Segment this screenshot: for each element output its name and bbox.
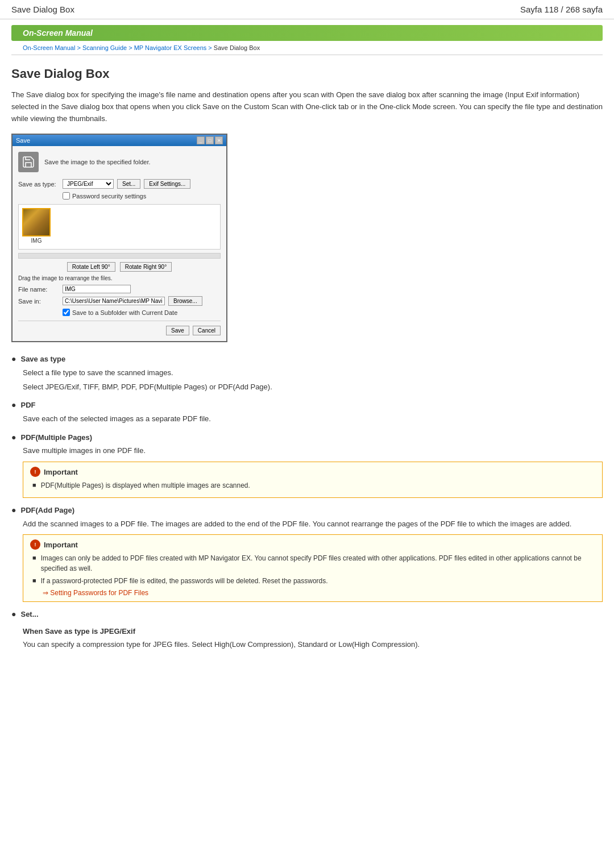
dialog-title-buttons: _ □ ✕ bbox=[197, 136, 223, 144]
dialog-body: Save the image to the specified folder. … bbox=[13, 146, 226, 341]
section-pdf-add-page: ● PDF(Add Page) Add the scanned images t… bbox=[11, 505, 603, 602]
pdf-add-page-text: Add the scanned images to a PDF file. Th… bbox=[23, 518, 603, 530]
important-item-add-1: ■ Images can only be added to PDF files … bbox=[32, 553, 595, 574]
set-subsection-text: You can specify a compression type for J… bbox=[23, 639, 603, 651]
important-icon: ! bbox=[30, 467, 40, 477]
manual-banner-text: On-Screen Manual bbox=[23, 28, 93, 38]
browse-button[interactable]: Browse... bbox=[168, 296, 202, 306]
important-item-text-1: PDF(Multiple Pages) is displayed when mu… bbox=[41, 480, 250, 491]
thumbnail-item: IMG bbox=[22, 208, 51, 246]
exif-settings-button[interactable]: Exif Settings... bbox=[144, 179, 190, 189]
dialog-title: Save bbox=[16, 137, 30, 144]
thumbnail-label: IMG bbox=[31, 238, 42, 244]
important-box-multiple: ! Important ■ PDF(Multiple Pages) is dis… bbox=[23, 462, 603, 498]
set-subsection-heading: When Save as type is JPEG/Exif bbox=[23, 627, 603, 636]
svg-text:!: ! bbox=[35, 469, 36, 475]
important-item-add-text-1: Images can only be added to PDF files cr… bbox=[41, 553, 595, 574]
horizontal-scrollbar[interactable] bbox=[18, 253, 221, 259]
important-item-add-text-2: If a password-protected PDF file is edit… bbox=[41, 576, 328, 586]
rotate-left-button[interactable]: Rotate Left 90° bbox=[67, 262, 115, 272]
file-name-input[interactable] bbox=[63, 285, 131, 293]
thumbnail-img-inner bbox=[23, 209, 49, 235]
dialog-cancel-button[interactable]: Cancel bbox=[193, 326, 221, 335]
save-as-type-label: Save as type: bbox=[18, 181, 59, 188]
important-item-1: ■ PDF(Multiple Pages) is displayed when … bbox=[32, 480, 595, 491]
bullet-pdf-multiple: ● PDF(Multiple Pages) bbox=[11, 432, 603, 443]
dialog-titlebar: Save _ □ ✕ bbox=[13, 135, 226, 146]
breadcrumb-current: Save Dialog Box bbox=[214, 44, 260, 51]
important-header: ! Important bbox=[30, 467, 595, 477]
save-as-type-text1: Select a file type to save the scanned i… bbox=[23, 367, 603, 379]
bullet-pdf-add-page-label: PDF(Add Page) bbox=[20, 505, 74, 516]
setting-passwords-link[interactable]: Setting Passwords for PDF Files bbox=[43, 589, 148, 597]
subfolder-checkbox-label: Save to a Subfolder with Current Date bbox=[72, 309, 177, 316]
breadcrumb: On-Screen Manual > Scanning Guide > MP N… bbox=[11, 41, 603, 55]
important-icon-2: ! bbox=[30, 539, 40, 550]
important-item-add-2: ■ If a password-protected PDF file is ed… bbox=[32, 576, 595, 586]
save-as-type-select[interactable]: JPEG/Exif bbox=[63, 179, 114, 189]
pdf-multiple-text: Save multiple images in one PDF file. bbox=[23, 445, 603, 457]
dialog-close-button[interactable]: ✕ bbox=[215, 136, 223, 144]
header-title: Save Dialog Box bbox=[11, 5, 74, 14]
pdf-text: Save each of the selected images as a se… bbox=[23, 413, 603, 425]
manual-banner: On-Screen Manual bbox=[11, 25, 603, 41]
save-icon bbox=[18, 152, 39, 172]
bullet-pdf-add-page: ● PDF(Add Page) bbox=[11, 505, 603, 516]
breadcrumb-link-2[interactable]: Scanning Guide bbox=[82, 44, 127, 51]
bullet-set-label: Set... bbox=[20, 609, 38, 620]
password-checkbox-label: Password security settings bbox=[72, 193, 146, 200]
file-name-label: File name: bbox=[18, 286, 59, 293]
dialog-screenshot: Save _ □ ✕ Save the image to the specifi… bbox=[11, 134, 227, 342]
drag-hint: Drag the image to rearrange the files. bbox=[18, 275, 221, 281]
bullet-pdf: ● PDF bbox=[11, 400, 603, 411]
header-page: Sayfa 118 / 268 sayfa bbox=[520, 5, 603, 14]
section-pdf: ● PDF Save each of the selected images a… bbox=[11, 400, 603, 425]
important-box-add-page: ! Important ■ Images can only be added t… bbox=[23, 534, 603, 602]
breadcrumb-link-1[interactable]: On-Screen Manual bbox=[23, 44, 75, 51]
save-in-input[interactable] bbox=[63, 297, 165, 305]
rotate-right-button[interactable]: Rotate Right 90° bbox=[120, 262, 172, 272]
dialog-save-button[interactable]: Save bbox=[166, 326, 189, 335]
save-as-type-text2: Select JPEG/Exif, TIFF, BMP, PDF, PDF(Mu… bbox=[23, 381, 603, 393]
section-set: ● Set... bbox=[11, 609, 603, 620]
thumbnail-area: IMG bbox=[18, 204, 221, 250]
dialog-maximize-button[interactable]: □ bbox=[206, 136, 214, 144]
bullet-save-as-type: ● Save as type bbox=[11, 354, 603, 365]
set-button[interactable]: Set... bbox=[117, 179, 140, 189]
dialog-footer: Save Cancel bbox=[18, 321, 221, 335]
important-title: Important bbox=[44, 468, 78, 476]
subfolder-checkbox-row: Save to a Subfolder with Current Date bbox=[63, 309, 221, 316]
password-checkbox-row: Password security settings bbox=[63, 192, 221, 200]
dialog-hint-row: Save the image to the specified folder. bbox=[18, 152, 221, 172]
file-name-row: File name: bbox=[18, 285, 221, 293]
breadcrumb-link-3[interactable]: MP Navigator EX Screens bbox=[134, 44, 207, 51]
section-save-as-type: ● Save as type Select a file type to sav… bbox=[11, 354, 603, 393]
bullet-set: ● Set... bbox=[11, 609, 603, 620]
main-content: Save Dialog Box The Save dialog box for … bbox=[0, 55, 614, 667]
bullet-pdf-label: PDF bbox=[20, 400, 35, 411]
page-header: Save Dialog Box Sayfa 118 / 268 sayfa bbox=[0, 0, 614, 19]
password-checkbox[interactable] bbox=[63, 192, 70, 200]
thumbnail-image[interactable] bbox=[22, 208, 51, 236]
page-title: Save Dialog Box bbox=[11, 67, 603, 81]
important-header-2: ! Important bbox=[30, 539, 595, 550]
save-as-type-row: Save as type: JPEG/Exif Set... Exif Sett… bbox=[18, 179, 221, 189]
save-in-label: Save in: bbox=[18, 298, 59, 305]
rotate-row: Rotate Left 90° Rotate Right 90° bbox=[18, 262, 221, 272]
svg-text:!: ! bbox=[35, 542, 36, 547]
dialog-hint-text: Save the image to the specified folder. bbox=[44, 159, 151, 165]
subfolder-checkbox[interactable] bbox=[63, 309, 70, 316]
intro-text: The Save dialog box for specifying the i… bbox=[11, 89, 603, 124]
section-pdf-multiple: ● PDF(Multiple Pages) Save multiple imag… bbox=[11, 432, 603, 498]
bullet-save-as-type-label: Save as type bbox=[20, 354, 65, 365]
dialog-minimize-button[interactable]: _ bbox=[197, 136, 205, 144]
bullet-pdf-multiple-label: PDF(Multiple Pages) bbox=[20, 432, 92, 443]
save-in-row: Save in: Browse... bbox=[18, 296, 221, 306]
important-title-2: Important bbox=[44, 541, 78, 549]
